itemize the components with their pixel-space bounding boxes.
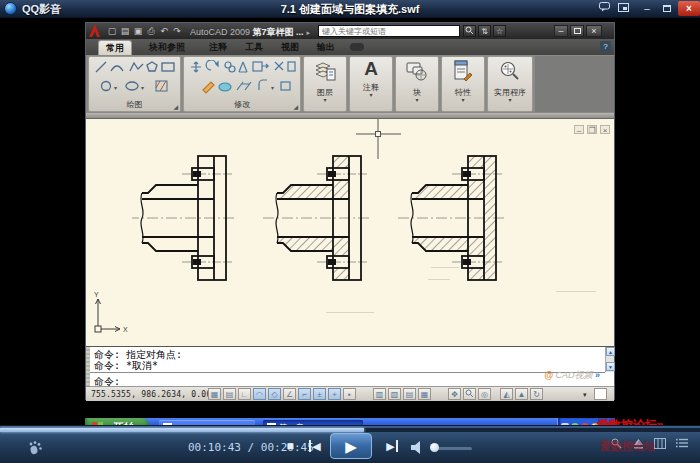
save-icon[interactable]: ▣ xyxy=(132,25,144,37)
title-expand-icon[interactable]: ▸ xyxy=(307,29,311,37)
zoom-button[interactable] xyxy=(463,388,476,400)
previous-button[interactable]: ◀ xyxy=(305,440,325,453)
layout-button[interactable]: ▧ xyxy=(388,388,401,400)
mini-mode-icon[interactable] xyxy=(616,1,631,16)
panel-properties[interactable]: 特性 ▾ xyxy=(441,56,485,112)
annotation-scale-button[interactable]: ◭ xyxy=(500,388,513,400)
close-button[interactable]: × xyxy=(678,1,700,16)
communication-center-icon[interactable]: ⇅ xyxy=(478,25,491,37)
coordinates-readout: 755.5355, 986.2634, 0.0000 xyxy=(91,390,221,399)
undo-icon[interactable]: ↶ xyxy=(158,25,170,37)
flange-view-3 xyxy=(398,156,506,280)
ducs-toggle[interactable]: ⌐ xyxy=(298,388,311,400)
doc-close-button[interactable]: × xyxy=(600,125,610,134)
panel-annotation[interactable]: A 注释 ▾ xyxy=(349,56,393,112)
layers-icon xyxy=(314,60,336,82)
tab-annotate[interactable]: 注释 xyxy=(202,40,234,55)
dialog-launcher-icon[interactable]: ◢ xyxy=(173,103,178,110)
clean-screen-button[interactable] xyxy=(594,388,607,400)
panel-layers[interactable]: 图层 ▾ xyxy=(303,56,347,112)
search-input[interactable] xyxy=(318,25,460,37)
pan-button[interactable]: ✥ xyxy=(448,388,461,400)
player-titlebar: QQ影音 7.1 创建面域与图案填充.swf – × xyxy=(0,0,700,18)
otrack-toggle[interactable]: ∠ xyxy=(283,388,296,400)
help-icon[interactable]: ? xyxy=(600,41,611,52)
annotation-visibility-button[interactable]: ▲ xyxy=(515,388,528,400)
trim-icon xyxy=(275,62,283,70)
chevron-down-icon: ▾ xyxy=(442,98,484,103)
panel-utilities[interactable]: 实用程序 ▾ xyxy=(487,56,533,112)
ribbon-minimize-pill-icon[interactable] xyxy=(350,43,364,51)
next-button[interactable]: ▶ xyxy=(382,440,402,453)
line-icon xyxy=(96,62,106,72)
maximize-button[interactable] xyxy=(658,1,676,16)
qq-player-window: QQ影音 7.1 创建面域与图案填充.swf – × ▢ ▤ ▣ ⎙ xyxy=(0,0,700,463)
polar-toggle[interactable]: ◠ xyxy=(253,388,266,400)
snap-toggle[interactable]: ▦ xyxy=(208,388,221,400)
chevron-down-icon: ▾ xyxy=(350,93,392,98)
extend-icon xyxy=(237,82,251,90)
explode-icon xyxy=(281,82,290,90)
panel-modify: ▾ 修改 ◢ xyxy=(183,56,301,112)
play-button[interactable]: ▶ xyxy=(330,433,372,459)
dyn-toggle[interactable]: ± xyxy=(313,388,326,400)
plot-icon[interactable]: ⎙ xyxy=(145,25,157,37)
acad-minimize-button[interactable]: – xyxy=(554,25,568,37)
tab-home[interactable]: 常用 xyxy=(98,40,132,55)
command-window[interactable]: 命令: 指定对角点: 命令: *取消* ▲ ▼ 命令: @ CAD视频 » xyxy=(86,346,614,386)
tab-view[interactable]: 视图 xyxy=(274,40,306,55)
model-space-button[interactable]: ▥ xyxy=(373,388,386,400)
volume-knob[interactable] xyxy=(430,443,439,452)
playlist-icon[interactable] xyxy=(674,438,690,452)
command-scrollbar[interactable]: ▲ ▼ xyxy=(605,347,614,372)
doc-restore-button[interactable]: ❐ xyxy=(587,125,597,134)
open-file-icon[interactable]: ▤ xyxy=(119,25,131,37)
modify-tool-icons[interactable]: ▾ xyxy=(189,60,297,94)
seek-bar[interactable] xyxy=(0,428,700,432)
volume-icon[interactable] xyxy=(410,441,424,454)
qq-footprint-icon[interactable] xyxy=(28,440,44,456)
autoscale-button[interactable]: ↻ xyxy=(530,388,543,400)
mirror-icon xyxy=(239,62,247,72)
playlist-collapse-icon[interactable]: « xyxy=(3,426,7,435)
scroll-down-icon[interactable]: ▼ xyxy=(606,362,615,371)
tab-tools[interactable]: 工具 xyxy=(238,40,270,55)
search-icon[interactable] xyxy=(463,25,476,37)
new-file-icon[interactable]: ▢ xyxy=(106,25,118,37)
command-window-grip[interactable] xyxy=(86,347,90,387)
qp-toggle[interactable]: ▪ xyxy=(343,388,356,400)
minimize-button[interactable]: – xyxy=(638,1,656,16)
lwt-toggle[interactable]: + xyxy=(328,388,341,400)
drawing-canvas[interactable]: – ❐ × xyxy=(86,118,614,346)
panel-draw: ▾ ▾ 绘图 ◢ xyxy=(88,56,181,112)
status-menu-chevron-icon[interactable]: ▾ xyxy=(583,391,587,399)
tab-output[interactable]: 输出 xyxy=(310,40,342,55)
redo-icon[interactable]: ↷ xyxy=(171,25,183,37)
quick-view-drawings-button[interactable]: ▤ xyxy=(403,388,416,400)
stop-button[interactable]: ■ xyxy=(283,439,297,453)
steering-wheel-button[interactable]: ◎ xyxy=(478,388,491,400)
hatch-brush-icon xyxy=(203,82,214,93)
video-frame[interactable]: ▢ ▤ ▣ ⎙ ↶ ↷ AutoCAD 2009 第7章样图 ... ▸ ⇅ ☆… xyxy=(0,18,700,425)
svg-text:▾: ▾ xyxy=(271,85,274,91)
draw-tool-icons[interactable]: ▾ ▾ xyxy=(94,60,178,94)
dialog-launcher-icon[interactable]: ◢ xyxy=(293,103,298,110)
acad-close-button[interactable]: × xyxy=(586,25,602,37)
doc-minimize-button[interactable]: – xyxy=(574,125,584,134)
panel-modify-label: 修改 xyxy=(184,99,300,110)
panel-block[interactable]: 块 ▾ xyxy=(395,56,439,112)
ucs-icon: Y X xyxy=(90,291,130,335)
quick-view-layouts-button[interactable]: ▦ xyxy=(418,388,431,400)
feedback-bubble-icon[interactable] xyxy=(597,1,612,16)
favorites-star-icon[interactable]: ☆ xyxy=(493,25,506,37)
polygon-icon xyxy=(147,62,157,71)
grid-toggle[interactable]: ▤ xyxy=(223,388,236,400)
stretch-icon xyxy=(253,62,262,71)
osnap-toggle[interactable]: ◇ xyxy=(268,388,281,400)
ortho-toggle[interactable]: ∟ xyxy=(238,388,251,400)
scroll-up-icon[interactable]: ▲ xyxy=(606,347,615,356)
tab-blocks-references[interactable]: 块和参照 xyxy=(142,40,192,55)
acad-restore-button[interactable] xyxy=(570,25,584,37)
autocad-logo-icon[interactable] xyxy=(87,23,102,38)
block-icon xyxy=(405,60,429,82)
